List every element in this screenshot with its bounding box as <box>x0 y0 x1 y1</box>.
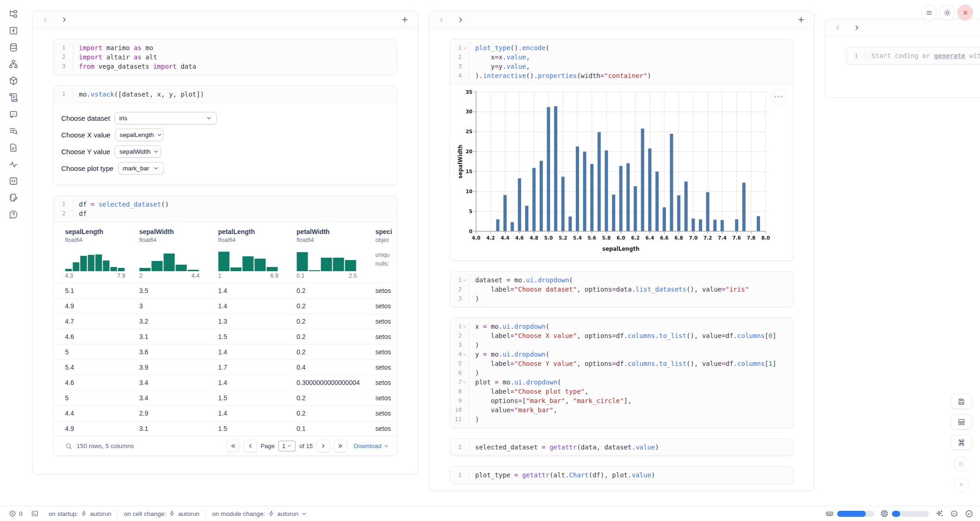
download-button[interactable]: Download <box>354 443 389 449</box>
table-row[interactable]: 53.41.50.2setos <box>54 390 397 405</box>
line-number: 7 <box>458 378 462 387</box>
sidebar-chat-assistant-icon[interactable] <box>8 109 19 119</box>
close-button[interactable] <box>957 5 973 20</box>
search-icon[interactable] <box>65 443 72 450</box>
scroll-column-left-button[interactable] <box>834 24 842 32</box>
table-column-header[interactable]: sepalLengthfloat644.37.9 <box>54 228 128 279</box>
table-row[interactable]: 4.931.40.2setos <box>54 298 397 313</box>
table-row[interactable]: 4.42.91.40.2setos <box>54 405 397 421</box>
run-mode-3-button[interactable]: on module change:autorun <box>206 510 314 517</box>
stop-button[interactable] <box>954 456 969 472</box>
code-editor[interactable]: 1mo.vstack([dataset, x, y, plot]) <box>54 86 397 103</box>
scroll-column-left-button[interactable] <box>438 16 445 24</box>
settings-gear-button[interactable] <box>939 5 955 20</box>
code-content: import altair as alt <box>73 52 157 62</box>
collapse-chevron-icon[interactable] <box>462 324 467 329</box>
column-min: 4.3 <box>65 273 73 279</box>
table-cell: 4.4 <box>54 410 128 417</box>
table-row[interactable]: 4.93.11.50.1setos <box>54 421 397 436</box>
table-column-header[interactable]: petalLengthfloat6416.9 <box>207 228 285 279</box>
code-editor[interactable]: 1df = selected_dataset()2df <box>54 196 397 222</box>
table-row[interactable]: 4.73.21.30.2setos <box>54 313 397 329</box>
menu-button[interactable] <box>921 5 937 20</box>
copilot-button[interactable] <box>950 509 959 518</box>
table-row[interactable]: 5.43.91.70.4setos <box>54 359 397 375</box>
table-row[interactable]: 5.13.51.40.2setos <box>54 283 397 298</box>
collapse-chevron-icon[interactable] <box>462 380 467 385</box>
next-page-button[interactable] <box>316 440 330 452</box>
table-column-header[interactable]: petalWidthfloat640.12.5 <box>285 228 364 279</box>
code-content: ) <box>470 294 479 303</box>
last-page-button[interactable] <box>334 440 347 452</box>
line-number: 2 <box>458 331 462 340</box>
code-line: 1Start coding or generate with AI <box>846 51 980 60</box>
code-editor[interactable]: 1x = mo.ui.dropdown(2 label="Choose X va… <box>450 318 793 428</box>
sidebar-file-tree-icon[interactable] <box>8 9 19 19</box>
bar-chart[interactable]: 4.04.24.44.64.85.05.25.45.65.86.06.26.46… <box>458 87 793 261</box>
code-editor[interactable]: 1selected_dataset = getattr(data, datase… <box>450 439 793 456</box>
connection-status-button[interactable] <box>965 509 974 518</box>
code-editor[interactable]: 1Start coding or generate with AI <box>846 47 980 64</box>
svg-text:6.4: 6.4 <box>645 235 654 241</box>
sidebar-scratchpad-icon[interactable] <box>8 193 19 203</box>
add-cell-button[interactable] <box>400 15 409 24</box>
table-footer: 150 rows, 5 columnsPage1of 15Download <box>54 436 397 456</box>
dropdown-select[interactable]: sepalLength <box>115 129 163 141</box>
sidebar-script-icon[interactable] <box>8 92 19 103</box>
dropdown-select[interactable]: mark_bar <box>118 162 164 175</box>
column-2-cells: 1plot_type().encode(2 x=x.value,3 y=y.va… <box>429 39 814 484</box>
table-row[interactable]: 4.63.11.50.2setos <box>54 329 397 344</box>
keyboard-shortcuts-button[interactable] <box>951 435 972 450</box>
dropdown-select[interactable]: sepalWidth <box>115 145 161 158</box>
collapse-chevron-icon[interactable] <box>462 352 467 357</box>
sidebar-database-icon[interactable] <box>8 42 19 52</box>
page-select[interactable]: 1 <box>278 441 296 451</box>
column-histogram[interactable] <box>218 250 285 271</box>
sidebar-search-list-icon[interactable] <box>8 126 19 136</box>
scroll-column-left-button[interactable] <box>41 16 49 24</box>
sidebar-snippets-icon[interactable] <box>8 176 19 186</box>
first-page-button[interactable] <box>226 440 240 452</box>
dropdown-select[interactable]: iris <box>115 112 217 124</box>
column-histogram[interactable] <box>297 250 364 271</box>
column-histogram[interactable] <box>65 250 128 271</box>
cell-output: sepalLengthfloat644.37.9sepalWidthfloat6… <box>54 222 397 456</box>
table-row[interactable]: 53.61.40.2setos <box>54 344 397 359</box>
scroll-column-right-button[interactable] <box>457 16 464 24</box>
previous-page-button[interactable] <box>244 440 257 452</box>
run-button[interactable] <box>954 477 969 492</box>
sidebar-function-icon[interactable] <box>8 26 19 36</box>
save-button[interactable] <box>951 394 972 409</box>
generate-with-ai-link[interactable]: generate <box>934 52 965 59</box>
table-column-header[interactable]: speciobjecuniqunulls: <box>364 228 397 279</box>
collapse-chevron-icon[interactable] <box>462 278 467 283</box>
code-editor[interactable]: 1dataset = mo.ui.dropdown(2 label="Choos… <box>450 272 793 307</box>
sidebar-dependency-graph-icon[interactable] <box>8 59 19 69</box>
scroll-column-right-button[interactable] <box>853 24 861 32</box>
scroll-column-right-button[interactable] <box>60 16 68 24</box>
sidebar-tracing-icon[interactable] <box>8 159 19 169</box>
sidebar-help-icon[interactable] <box>8 209 19 220</box>
ram-usage[interactable] <box>825 509 874 518</box>
errors-indicator[interactable]: 0 <box>5 510 27 517</box>
collapse-chevron-icon[interactable] <box>462 46 467 51</box>
add-cell-button[interactable] <box>797 15 806 24</box>
code-editor[interactable]: 1plot_type().encode(2 x=x.value,3 y=y.va… <box>450 39 793 84</box>
run-mode-1-button[interactable]: on startup:autorun <box>43 510 118 517</box>
code-editor[interactable]: 1plot_type = getattr(alt.Chart(df), plot… <box>450 467 793 483</box>
svg-text:0: 0 <box>469 228 472 234</box>
code-line: 3 y=y.value, <box>450 62 793 71</box>
cpu-usage[interactable] <box>880 509 929 518</box>
table-column-header[interactable]: sepalWidthfloat6424.4 <box>128 228 207 279</box>
layout-toggle-button[interactable] <box>951 414 972 430</box>
ai-assistant-button[interactable] <box>935 509 944 518</box>
column-histogram[interactable] <box>139 250 207 271</box>
run-mode-2-button[interactable]: on cell change:autorun <box>118 510 206 517</box>
table-row[interactable]: 4.63.41.40.3000000000000004setos <box>54 375 397 390</box>
column-min-max: 24.4 <box>139 273 200 279</box>
sidebar-package-icon[interactable] <box>8 76 19 86</box>
code-editor[interactable]: 1import marimo as mo2import altair as al… <box>54 39 397 75</box>
terminal-button[interactable] <box>27 510 43 517</box>
chart-actions-button[interactable] <box>771 89 787 104</box>
sidebar-document-icon[interactable] <box>8 143 19 153</box>
